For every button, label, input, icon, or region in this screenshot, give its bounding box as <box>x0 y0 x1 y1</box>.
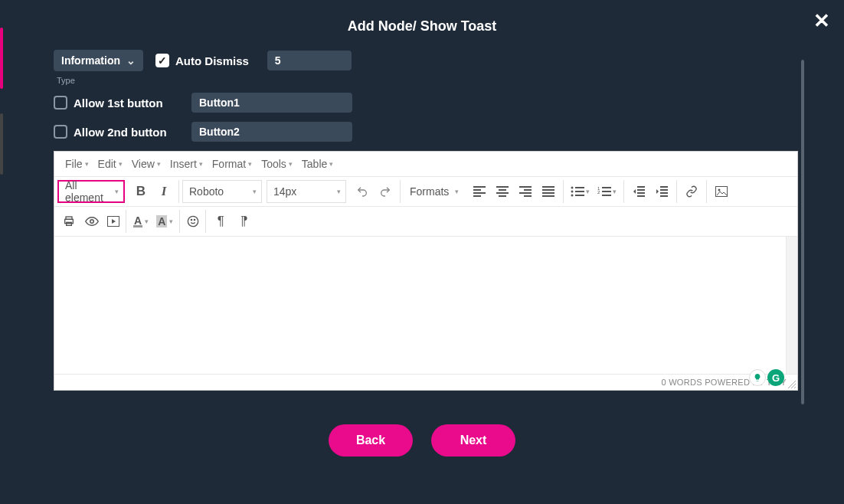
close-button[interactable]: ✕ <box>813 9 830 33</box>
eye-icon <box>85 217 99 226</box>
font-size-dropdown[interactable]: 14px▾ <box>267 180 346 203</box>
svg-text:2: 2 <box>597 190 600 195</box>
align-left-button[interactable] <box>468 180 491 203</box>
menu-view[interactable]: View▾ <box>129 156 164 172</box>
back-button[interactable]: Back <box>329 424 413 457</box>
allow-second-button-label: Allow 2nd button <box>74 126 173 139</box>
svg-point-1 <box>571 191 574 193</box>
rich-text-editor: File▾ Edit▾ View▾ Insert▾ Format▾ Tools▾… <box>54 151 798 391</box>
chevron-down-icon: ▾ <box>85 160 89 168</box>
undo-button[interactable] <box>351 180 374 203</box>
word-count: 0 WORDS <box>661 378 702 387</box>
bullet-list-icon <box>571 186 584 197</box>
floating-badges: G <box>749 369 784 386</box>
allow-first-button-label: Allow 1st button <box>74 97 173 110</box>
resize-handle-icon[interactable] <box>788 381 796 388</box>
link-button[interactable] <box>680 180 703 203</box>
numbered-list-button[interactable]: 12 ▾ <box>594 180 620 203</box>
link-icon <box>685 185 698 198</box>
chevron-down-icon: ▾ <box>145 218 149 225</box>
formats-dropdown[interactable]: Formats▾ <box>404 180 463 203</box>
editor-statusbar: 0 WORDS POWERED BY TINY <box>54 374 797 390</box>
chevron-down-icon: ▾ <box>199 160 203 168</box>
italic-button[interactable]: I <box>152 180 175 203</box>
allow-first-button-checkbox[interactable] <box>54 96 67 110</box>
type-select-value: Information <box>61 54 120 67</box>
first-button-name-input[interactable]: Button1 <box>191 93 352 113</box>
chevron-down-icon: ▾ <box>119 160 123 168</box>
font-family-dropdown[interactable]: Roboto▾ <box>182 180 262 203</box>
preview-button[interactable] <box>80 210 103 233</box>
media-button[interactable] <box>103 210 126 233</box>
allow-second-button-checkbox[interactable] <box>54 125 67 139</box>
chevron-down-icon: ▾ <box>329 160 333 168</box>
auto-dismiss-value-input[interactable]: 5 <box>267 51 352 70</box>
align-justify-icon <box>542 186 554 197</box>
outdent-button[interactable] <box>627 180 650 203</box>
redo-button[interactable] <box>374 180 397 203</box>
lightbulb-icon <box>753 372 762 383</box>
numbered-list-icon: 12 <box>597 186 611 197</box>
editor-toolbar: All element▾ B I Roboto▾ 14px▾ Formats▾ <box>54 176 797 206</box>
indent-icon <box>656 186 668 197</box>
align-right-button[interactable] <box>514 180 537 203</box>
panel-scrollbar[interactable] <box>801 60 804 404</box>
chevron-down-icon: ⌄ <box>126 54 136 67</box>
pilcrow-rtl-icon: ¶ <box>240 214 247 229</box>
modal-title: Add Node/ Show Toast <box>0 18 844 34</box>
editor-content-area[interactable] <box>54 236 797 374</box>
media-icon <box>107 216 119 227</box>
align-justify-button[interactable] <box>537 180 560 203</box>
auto-dismiss-label: Auto Dismiss <box>175 54 249 67</box>
menu-insert[interactable]: Insert▾ <box>167 156 206 172</box>
svg-point-6 <box>718 189 721 191</box>
bullet-list-button[interactable]: ▾ <box>567 180 594 203</box>
element-scope-dropdown[interactable]: All element▾ <box>57 180 125 203</box>
svg-point-13 <box>191 219 192 220</box>
modal-footer: Back Next <box>0 424 844 457</box>
text-color-icon: A <box>133 216 142 227</box>
menu-edit[interactable]: Edit▾ <box>95 156 126 172</box>
hint-badge[interactable] <box>749 369 766 386</box>
svg-point-14 <box>195 219 195 220</box>
type-select[interactable]: Information ⌄ <box>54 50 143 71</box>
menu-tools[interactable]: Tools▾ <box>258 156 296 172</box>
svg-point-0 <box>571 187 574 189</box>
chevron-down-icon: ▾ <box>157 160 161 168</box>
grammarly-badge[interactable]: G <box>767 369 784 386</box>
emoji-icon <box>187 215 199 227</box>
pilcrow-icon: ¶ <box>218 214 224 229</box>
undo-icon <box>356 185 368 198</box>
chevron-down-icon: ▾ <box>586 188 590 195</box>
indent-button[interactable] <box>650 180 673 203</box>
align-center-button[interactable] <box>491 180 514 203</box>
menu-format[interactable]: Format▾ <box>209 156 255 172</box>
redo-icon <box>379 185 391 198</box>
chevron-down-icon: ▾ <box>337 188 341 195</box>
next-button[interactable]: Next <box>431 424 515 457</box>
auto-dismiss-checkbox[interactable]: ✓ <box>155 54 169 67</box>
svg-point-12 <box>188 216 198 226</box>
highlight-color-button[interactable]: A ▾ <box>152 210 180 233</box>
align-left-icon <box>473 186 486 197</box>
svg-rect-9 <box>67 222 72 225</box>
text-color-button[interactable]: A ▾ <box>129 210 152 233</box>
chevron-down-icon: ▾ <box>613 188 617 195</box>
svg-point-10 <box>90 220 94 224</box>
print-icon <box>63 215 75 227</box>
rtl-button[interactable]: ¶ <box>232 210 255 233</box>
ltr-button[interactable]: ¶ <box>209 210 232 233</box>
chevron-down-icon: ▾ <box>253 188 257 195</box>
type-hint: Type <box>57 76 790 85</box>
outdent-icon <box>633 186 645 197</box>
second-button-name-input[interactable]: Button2 <box>191 122 352 142</box>
menu-file[interactable]: File▾ <box>62 156 92 172</box>
image-button[interactable] <box>710 180 733 203</box>
editor-toolbar-row2: A ▾ A ▾ ¶ ¶ <box>54 206 797 236</box>
emoji-button[interactable] <box>183 210 206 233</box>
chevron-down-icon: ▾ <box>115 188 119 195</box>
form-area: Information ⌄ ✓ Auto Dismiss 5 Type Allo… <box>0 34 844 142</box>
menu-table[interactable]: Table▾ <box>299 156 336 172</box>
print-button[interactable] <box>57 210 80 233</box>
bold-button[interactable]: B <box>129 180 152 203</box>
